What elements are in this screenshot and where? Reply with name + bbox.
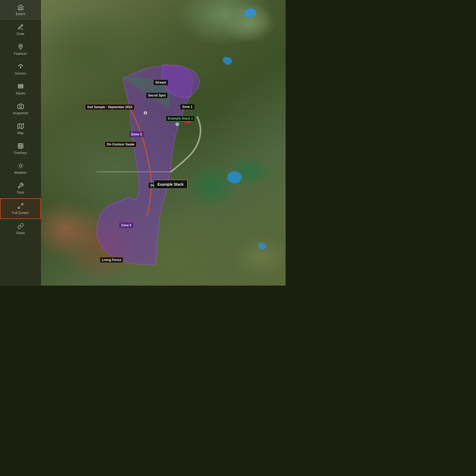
fullscreen-icon [17,203,24,209]
sidebar-item-share[interactable]: Share [0,219,41,239]
sidebar-item-stacks[interactable]: Stacks [0,79,41,99]
svg-rect-4 [18,86,23,87]
svg-line-20 [21,204,23,205]
tools-icon [17,182,24,189]
extent-label: Extent [16,12,25,16]
sidebar-item-tools[interactable]: Tools [0,178,41,198]
sidebar-item-extent[interactable]: Extent [0,0,41,20]
sidebar-item-fullscreen[interactable]: Full Screen [0,198,41,219]
svg-marker-7 [18,123,24,129]
snapshots-label: Snapshots [13,111,28,115]
svg-line-21 [18,207,20,208]
pond-center-right [227,171,242,183]
terrain-texture [41,0,286,286]
svg-rect-3 [18,87,23,88]
sidebar-item-snapshots[interactable]: Snapshots [0,99,41,119]
sidebar-item-map[interactable]: Map [0,119,41,139]
draw-icon [17,24,24,30]
map-label: Map [17,131,24,135]
snapshots-icon [17,103,24,110]
svg-point-11 [19,164,22,167]
sidebar-item-weather[interactable]: Weather [0,159,41,178]
weather-icon [17,162,24,169]
map-area[interactable]: Stream Secret Spot Soil Sample - Septemb… [41,0,286,286]
draw-label: Draw [17,32,24,36]
weather-label: Weather [14,171,27,175]
sidebar: Extent Draw Features Se [0,0,41,286]
svg-line-14 [19,164,19,164]
share-label: Share [16,231,25,235]
overlays-label: Overlays [14,151,27,155]
svg-point-6 [20,106,22,108]
features-icon [17,43,24,50]
svg-line-18 [19,167,19,168]
sidebar-item-overlays[interactable]: Overlays [0,139,41,159]
fullscreen-label: Full Screen [12,211,29,215]
sidebar-item-sectors[interactable]: Sectors [0,59,41,79]
stacks-icon [17,83,24,90]
svg-point-0 [20,45,21,47]
sectors-icon [17,63,24,70]
svg-rect-10 [18,144,23,148]
sectors-label: Sectors [15,72,26,75]
stacks-label: Stacks [16,91,25,95]
svg-line-19 [22,164,22,164]
svg-line-15 [22,167,22,168]
share-icon [17,223,24,230]
svg-point-1 [20,67,21,68]
tools-label: Tools [17,191,24,194]
features-label: Features [14,52,27,56]
svg-rect-5 [18,84,23,85]
overlays-icon [17,143,24,149]
map-icon [17,123,24,130]
home-icon [17,4,24,11]
sidebar-item-draw[interactable]: Draw [0,20,41,40]
sidebar-item-features[interactable]: Features [0,40,41,59]
